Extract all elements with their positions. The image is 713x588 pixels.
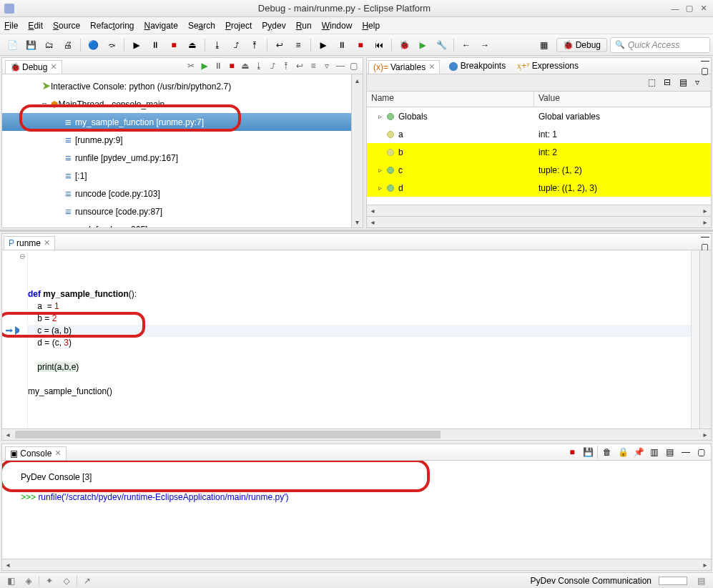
use-step-filters-button[interactable]: ≡ — [308, 60, 319, 72]
code-line[interactable]: b = 2 — [28, 313, 691, 325]
expand-toggle[interactable] — [378, 148, 385, 156]
step-return-button[interactable]: ⭱ — [246, 37, 263, 53]
code-line[interactable]: d = (c, 3) — [28, 337, 691, 349]
editor-body[interactable]: ⮕ ⊖ def my_sample_function(): a = 1 b = … — [1, 250, 712, 429]
menu-file[interactable]: File — [4, 21, 18, 31]
variable-row[interactable]: ▹dtuple: ((1, 2), 3) — [367, 179, 711, 197]
expressions-tab[interactable]: ᶍ+ʸ Expressions — [511, 59, 584, 72]
minimize-view-button[interactable]: — — [679, 446, 692, 459]
show-type-button[interactable]: ⬚ — [648, 77, 659, 89]
menu-project[interactable]: Project — [225, 21, 252, 31]
code-line[interactable] — [28, 373, 691, 386]
variable-row[interactable]: ▹ctuple: (1, 2) — [367, 161, 711, 179]
resume-button[interactable]: ▶ — [199, 60, 210, 72]
stack-frame-row[interactable]: runsource [code.py:87] — [2, 202, 351, 220]
menu-navigate[interactable]: Navigate — [144, 21, 178, 31]
expand-toggle[interactable]: ▹ — [378, 112, 385, 120]
terminate-button[interactable]: ■ — [226, 60, 237, 72]
editor-overview-ruler[interactable] — [691, 250, 699, 428]
progress-bar[interactable] — [659, 577, 687, 585]
minimize-view-button[interactable]: — — [335, 60, 346, 72]
col-value[interactable]: Value — [534, 92, 711, 107]
nav-fwd-button[interactable]: → — [476, 37, 493, 53]
status-button[interactable]: ◧ — [4, 575, 19, 587]
step-return-button[interactable]: ⭱ — [280, 60, 292, 72]
stack-frame-row[interactable]: runfile [pydev_umd.py:167] — [2, 149, 351, 167]
editor-hscroll[interactable]: ◂▸ — [1, 429, 712, 441]
suspend-all-button[interactable]: ⏸ — [333, 37, 350, 53]
stack-frame-row[interactable]: ⮞ Interactive Console: python (/usr/bin/… — [2, 77, 351, 95]
external-tools-button[interactable]: 🔧 — [433, 37, 450, 53]
view-menu-button[interactable]: ▿ — [321, 60, 333, 72]
menu-help[interactable]: Help — [362, 21, 380, 31]
suspend-button[interactable]: ⏸ — [212, 60, 224, 72]
disconnect-button[interactable]: ⏏ — [240, 60, 251, 72]
remove-terminated-button[interactable]: ✂ — [185, 60, 197, 72]
menu-edit[interactable]: Edit — [28, 21, 43, 31]
stack-frame-row[interactable]: runcode [code.py:103] — [2, 185, 351, 202]
maximize-view-button[interactable]: ▢ — [348, 60, 360, 72]
menu-pydev[interactable]: Pydev — [262, 21, 285, 31]
maximize-button[interactable]: ▢ — [684, 4, 694, 14]
status-button[interactable]: ◇ — [59, 575, 74, 587]
expand-toggle[interactable] — [378, 130, 385, 138]
run-last-button[interactable]: ▶ — [315, 37, 332, 53]
print-button[interactable]: 🖨 — [59, 37, 77, 53]
stack-frame-row[interactable]: push [code.py:265] — [2, 220, 351, 227]
step-over-button[interactable]: ⭜ — [267, 60, 278, 72]
vars-hscroll[interactable]: ◂ ▸ — [367, 205, 711, 216]
close-button[interactable]: ✕ — [699, 4, 709, 14]
vars-rows[interactable]: ▹GlobalsGlobal variables aint: 1 bint: 2… — [367, 107, 711, 205]
debug-vscroll[interactable]: ▴ ▾ — [351, 74, 363, 227]
step-over-button[interactable]: ⭜ — [227, 37, 245, 53]
stack-frame-row[interactable]: [runme.py:9] — [2, 131, 351, 149]
variable-row[interactable]: aint: 1 — [367, 125, 711, 143]
skip-breakpoints-button[interactable]: ⤼ — [103, 37, 120, 53]
console-body[interactable]: PyDev Console [3] >>> runfile('/scratch/… — [1, 461, 712, 559]
close-icon[interactable]: ✕ — [44, 238, 50, 248]
step-into-button[interactable]: ⭳ — [253, 60, 265, 72]
code-line[interactable]: print(a,b,e) — [28, 361, 691, 373]
open-console-button[interactable]: ▤ — [664, 446, 677, 459]
debug-dropdown-button[interactable]: 🐞 — [395, 37, 413, 53]
status-button[interactable]: ✦ — [42, 575, 56, 587]
expand-toggle[interactable]: ▿ — [42, 99, 51, 109]
variables-tab[interactable]: (x)= Variables ✕ — [368, 60, 440, 74]
quick-access-input[interactable]: Quick Access — [610, 37, 710, 53]
editor-tab-runme[interactable]: P runme ✕ — [4, 236, 55, 250]
close-icon[interactable]: ✕ — [54, 449, 61, 458]
menu-window[interactable]: Window — [322, 21, 353, 31]
step-into-button[interactable]: ⭳ — [209, 37, 226, 53]
close-icon[interactable]: ✕ — [50, 62, 56, 72]
pin-console-button[interactable]: 📌 — [632, 446, 645, 459]
new-button[interactable]: 📄 — [4, 37, 21, 53]
run-dropdown-button[interactable]: ▶ — [414, 37, 431, 53]
editor-vscroll[interactable] — [699, 250, 711, 428]
vars-detail-hscroll[interactable]: ◂▸ — [366, 217, 712, 228]
close-icon[interactable]: ✕ — [428, 62, 435, 72]
resume-button[interactable]: ▶ — [128, 37, 145, 53]
menu-search[interactable]: Search — [188, 21, 215, 31]
perspective-debug[interactable]: 🐞 Debug — [556, 38, 607, 52]
menu-source[interactable]: Source — [53, 21, 80, 31]
debug-view-tab[interactable]: 🐞 Debug ✕ — [5, 60, 62, 74]
stack-frame-row[interactable]: ▿⬢ MainThread - console_main — [2, 95, 351, 113]
save-console-button[interactable]: 💾 — [581, 446, 594, 459]
menu-refactoring[interactable]: Refactoring — [90, 21, 134, 31]
console-hscroll[interactable]: ◂▸ — [1, 559, 712, 571]
fold-toggle[interactable]: ⊖ — [19, 253, 25, 260]
code-line[interactable]: c = (a, b) — [28, 325, 691, 337]
code-area[interactable]: def my_sample_function(): a = 1 b = 2 c … — [28, 250, 691, 428]
breakpoints-tab[interactable]: ⬤ Breakpoints — [443, 59, 511, 72]
drop-frame-button[interactable]: ↩ — [294, 60, 305, 72]
minimize-editor-button[interactable]: — — [701, 232, 709, 242]
terminate-button[interactable]: ■ — [165, 37, 182, 53]
status-button[interactable]: ◈ — [21, 575, 36, 587]
maximize-view-button[interactable]: ▢ — [695, 446, 708, 459]
nav-back-button[interactable]: ← — [458, 37, 475, 53]
disconnect-button[interactable]: ⏏ — [184, 37, 201, 53]
variable-row[interactable]: bint: 2 — [367, 143, 711, 161]
progress-details-button[interactable]: ▤ — [694, 575, 709, 587]
scroll-lock-button[interactable]: 🔒 — [616, 446, 629, 459]
code-line[interactable]: a = 1 — [28, 300, 691, 313]
